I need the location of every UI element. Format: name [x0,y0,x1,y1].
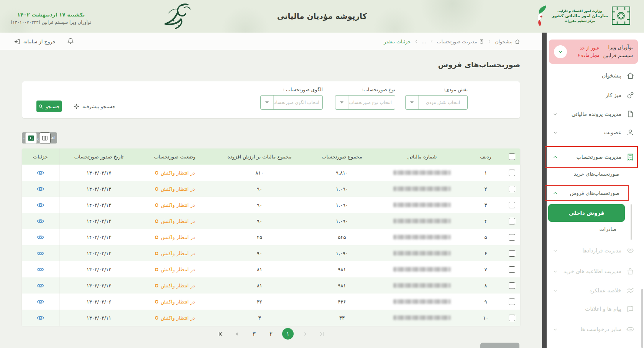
invoice-type-select[interactable]: انتخاب نوع صورتحساب [335,95,395,110]
row-checkbox[interactable] [509,234,515,241]
eye-icon[interactable] [37,202,44,208]
filter-role-label: نقش مودی: [405,87,468,92]
status-badge: در انتظار واکنش [155,218,195,224]
receipt-icon [626,153,635,161]
row-checkbox[interactable] [509,218,515,224]
select-all-checkbox[interactable] [509,153,515,160]
row-checkbox[interactable] [509,202,515,208]
row-number: ۵ [468,229,503,245]
pagination-last-page-button[interactable] [215,328,226,340]
sidebar-item-domestic-sales-active[interactable]: فروش داخلی [548,204,625,222]
profile-expand-button[interactable] [554,45,567,58]
invoices-table: ردیف شماره مالیاتی مجموع صورتحساب مجموع … [22,148,520,326]
tax-number-masked [393,251,451,256]
sidebar-item-workdesk[interactable]: میز کار [552,86,635,104]
vat-total: ۹۰ [211,245,308,261]
eye-icon[interactable] [37,251,44,256]
header-invoice-total: مجموع صورتحساب [308,148,376,165]
status-ring-icon [155,252,158,255]
sidebar-item-membership[interactable]: عضویت [552,123,635,142]
sidebar-item-exports[interactable]: صادرات [552,221,635,237]
issue-date: ۱۴۰۲/۰۲/۱۳ [59,213,138,229]
eye-icon[interactable] [37,283,44,289]
row-checkbox[interactable] [509,186,515,192]
sidebar-item-purchase-invoices[interactable]: صورتحساب‌های خرید [552,165,635,183]
invoice-pattern-select[interactable]: انتخاب الگوی صورتحساب [260,95,323,110]
row-checkbox[interactable] [509,299,515,305]
pagination-page-3[interactable]: ۳ [248,328,260,340]
chevron-down-icon [261,96,274,109]
status-badge: در انتظار واکنش [155,234,195,240]
vat-total: ۸۱ [211,261,308,277]
filter-group-pattern: الگوی صورتحساب : انتخاب الگوی صورتحساب [260,87,323,110]
export-excel-button[interactable] [25,132,37,144]
eye-icon[interactable] [37,170,44,176]
sidebar-scrollbar[interactable] [641,289,643,348]
status-ring-icon [155,219,158,223]
vat-total: ۸۱ [211,277,308,294]
breadcrumb-home[interactable]: پیشخوان [495,39,520,45]
row-number: ۱ [468,165,503,181]
table-row: ۲ ۱,۰۹۰ ۹۰ در انتظار واکنش ۱۴۰۲/۰۲/۱۳ [22,181,520,197]
search-button[interactable]: جستجو [36,101,62,112]
excel-icon [28,135,34,142]
advanced-search-button[interactable]: جستجو پیشرفته [73,101,115,112]
status-cell: در انتظار واکنش [138,294,211,310]
tax-number-masked [393,267,451,272]
vat-total: ۴۵ [211,229,308,245]
pagination-next-page-button[interactable] [232,328,243,340]
row-checkbox[interactable] [509,266,515,273]
table-row: ۵ ۵۴۵ ۴۵ در انتظار واکنش ۱۴۰۲/۰۲/۱۳ [22,229,520,245]
home-icon [514,39,520,45]
eye-icon[interactable] [37,218,44,224]
eye-icon[interactable] [37,267,44,272]
eye-icon[interactable] [37,234,44,240]
invoice-total: ۵۴۵ [308,229,376,245]
breadcrumb-ellipsis[interactable]: ... [422,39,426,45]
breadcrumb-invoice-management[interactable]: مدیریت صورتحساب [437,39,485,45]
status-cell: در انتظار واکنش [138,261,211,277]
row-number: ۸ [468,277,503,294]
pagination-page-2[interactable]: ۲ [265,328,277,340]
status-label: در انتظار واکنش [161,299,195,305]
table-header-row: ردیف شماره مالیاتی مجموع صورتحساب مجموع … [22,148,520,165]
issue-date: ۱۴۰۲/۰۲/۱۳ [59,197,138,213]
sidebar-item-tax-file[interactable]: مدیریت پرونده مالیاتی [552,105,635,123]
issue-date: ۱۴۰۲/۰۲/۱۳ [59,245,138,261]
invoice-total: ۴۳۶ [308,294,376,310]
row-checkbox[interactable] [509,250,515,257]
sidebar-item-sales-invoices[interactable]: صورتحساب‌های فروش [552,185,635,201]
status-badge: در انتظار واکنش [155,315,195,321]
row-number: ۳ [468,197,503,213]
eye-icon[interactable] [37,186,44,192]
breadcrumb-separator-icon [414,40,418,43]
breadcrumb-separator-icon [430,40,434,43]
role-select[interactable]: انتخاب نقش مودی [405,95,468,110]
filter-pattern-label: الگوی صورتحساب : [260,87,323,92]
sidebar-item-invoice-management[interactable]: مدیریت صورتحساب [552,148,635,166]
status-cell: در انتظار واکنش [138,245,211,261]
row-checkbox[interactable] [509,170,515,176]
logout-button[interactable]: خروج از سامانه [14,33,56,50]
notifications-bell-icon[interactable] [67,38,74,45]
pagination-current-page[interactable]: ۱ [282,328,294,340]
eye-icon[interactable] [37,315,44,321]
header-issue-date: تاریخ صدور صورتحساب [59,148,138,165]
new-invoice-button-partial[interactable]: صدور صورتحساب [480,343,519,348]
tax-number-cell [376,213,468,229]
chevron-down-icon [406,96,419,109]
invoice-pattern-placeholder: انتخاب الگوی صورتحساب [274,100,322,105]
sidebar-item-dashboard[interactable]: پیشخوان [552,66,635,85]
row-checkbox[interactable] [509,315,515,321]
details-cell [22,245,59,261]
details-cell [22,229,59,245]
content-scrollbar[interactable] [542,33,547,348]
logout-label: خروج از سامانه [23,39,56,45]
row-checkbox[interactable] [509,282,515,289]
eye-icon[interactable] [37,299,44,305]
chevron-up-icon [552,191,558,196]
table-row: ۹ ۴۳۶ ۳۶ در انتظار واکنش ۱۴۰۲/۰۲/۰۶ [22,294,520,310]
home-icon [626,72,635,80]
column-settings-button[interactable] [39,132,51,144]
details-cell [22,294,59,310]
